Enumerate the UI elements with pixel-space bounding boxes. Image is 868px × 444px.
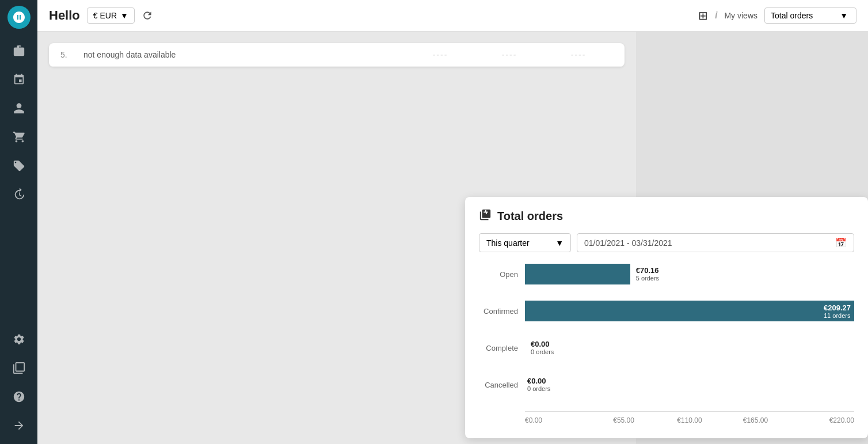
widget-controls: This quarter ▼ 01/01/2021 - 03/31/2021 📅: [479, 233, 854, 252]
views-select-value: Total orders: [771, 11, 813, 20]
x-label-0: €0.00: [525, 416, 591, 424]
x-axis: €0.00 €55.00 €110.00 €165.00 €220.00: [525, 411, 854, 424]
sidebar-item-cart[interactable]: [6, 124, 32, 150]
grid-icon: ⊞: [698, 9, 708, 22]
calendar-icon: 📅: [835, 237, 847, 248]
widget-header: Total orders: [479, 208, 854, 224]
row-val-3: ----: [544, 50, 613, 59]
bar-value-complete: €0.000 orders: [531, 340, 554, 355]
header-left: Hello € EUR ▼: [49, 7, 153, 24]
sidebar-item-help[interactable]: [6, 384, 32, 409]
x-label-4: €220.00: [789, 416, 854, 424]
main-area: Hello € EUR ▼ ⊞ i My views Total orders …: [37, 0, 868, 444]
table-card: 5. not enough data available ---- ---- -…: [49, 43, 625, 67]
info-icon: i: [715, 10, 717, 21]
bar-container-complete: €0.000 orders: [525, 337, 854, 358]
bar-label-confirmed: Confirmed: [479, 307, 525, 316]
page-title: Hello: [49, 8, 80, 23]
date-range-input[interactable]: 01/01/2021 - 03/31/2021 📅: [577, 233, 854, 252]
bar-complete: [525, 337, 526, 358]
row-val-1: ----: [406, 50, 475, 59]
header: Hello € EUR ▼ ⊞ i My views Total orders …: [37, 0, 868, 32]
views-select[interactable]: Total orders ▼: [764, 7, 856, 24]
bar-group-cancelled: Cancelled €0.000 orders: [479, 374, 854, 395]
x-label-3: €165.00: [722, 416, 788, 424]
row-val-2: ----: [475, 50, 544, 59]
bar-value-cancelled: €0.000 orders: [527, 377, 550, 392]
sidebar-item-split[interactable]: [6, 67, 32, 92]
chevron-down-icon: ▼: [840, 11, 848, 20]
chevron-down-icon: ▼: [555, 238, 564, 248]
bar-group-confirmed: Confirmed €209.2711 orders: [479, 301, 854, 321]
orders-icon: [479, 208, 492, 224]
sidebar-item-history[interactable]: [6, 182, 32, 207]
logo[interactable]: [7, 6, 31, 29]
bar-container-cancelled: €0.000 orders: [525, 374, 854, 395]
my-views-label: My views: [724, 11, 757, 20]
currency-select[interactable]: € EUR ▼: [87, 7, 135, 24]
date-range-value: 01/01/2021 - 03/31/2021: [584, 238, 672, 248]
bar-group-complete: Complete €0.000 orders: [479, 337, 854, 358]
refresh-button[interactable]: [142, 10, 153, 21]
chevron-down-icon: ▼: [120, 11, 128, 20]
bar-cancelled: [525, 374, 526, 395]
sidebar-item-box[interactable]: [6, 38, 32, 63]
bar-label-cancelled: Cancelled: [479, 381, 525, 389]
widget-title: Total orders: [497, 210, 563, 223]
sidebar-item-settings[interactable]: [6, 327, 32, 352]
table-row: 5. not enough data available ---- ---- -…: [49, 43, 625, 67]
bar-label-complete: Complete: [479, 344, 525, 352]
header-right: ⊞ i My views Total orders ▼: [698, 7, 856, 24]
bar-label-open: Open: [479, 270, 525, 279]
sidebar: [0, 0, 37, 444]
content-area: 5. not enough data available ---- ---- -…: [37, 32, 868, 444]
period-select[interactable]: This quarter ▼: [479, 233, 571, 252]
period-label: This quarter: [486, 238, 530, 248]
bar-container-confirmed: €209.2711 orders: [525, 301, 854, 321]
bar-value-open: €70.165 orders: [636, 266, 659, 282]
sidebar-item-person[interactable]: [6, 96, 32, 121]
currency-label: € EUR: [93, 11, 117, 20]
bar-value-confirmed: €209.2711 orders: [824, 303, 851, 319]
orders-widget: Total orders This quarter ▼ 01/01/2021 -…: [465, 197, 868, 438]
sidebar-item-frame[interactable]: [6, 355, 32, 381]
bar-open: [525, 264, 630, 284]
sidebar-item-tag[interactable]: [6, 153, 32, 179]
bar-group-open: Open €70.165 orders: [479, 264, 854, 284]
bar-confirmed: [525, 301, 854, 321]
x-label-2: €110.00: [657, 416, 722, 424]
bar-container-open: €70.165 orders: [525, 264, 854, 284]
row-number: 5.: [60, 50, 83, 59]
sidebar-item-arrow[interactable]: [6, 413, 32, 438]
chart-wrapper: Open €70.165 orders Confirmed €209.2: [479, 264, 854, 424]
x-label-1: €55.00: [591, 416, 656, 424]
row-label: not enough data available: [83, 50, 406, 59]
